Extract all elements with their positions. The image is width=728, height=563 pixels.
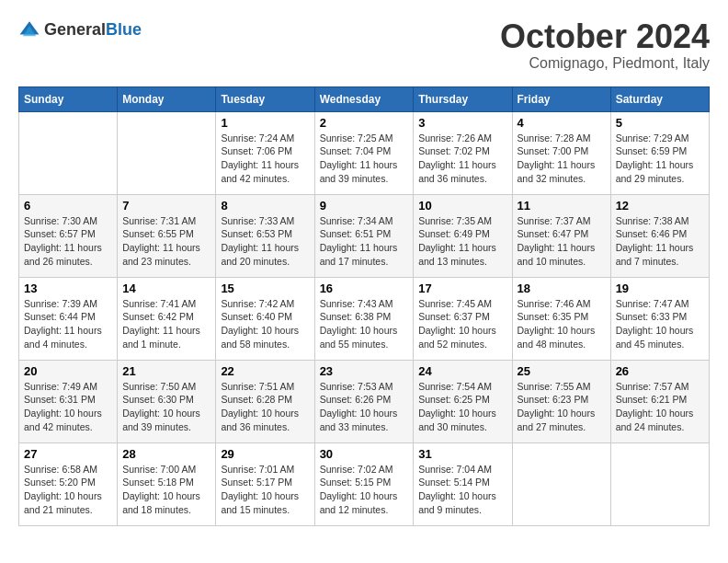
calendar-cell: 4Sunrise: 7:28 AMSunset: 7:00 PMDaylight… (512, 111, 610, 194)
day-info: Sunrise: 7:42 AMSunset: 6:40 PMDaylight:… (221, 297, 309, 351)
calendar-cell: 8Sunrise: 7:33 AMSunset: 6:53 PMDaylight… (216, 194, 314, 277)
location-subtitle: Comignago, Piedmont, Italy (500, 55, 710, 72)
day-info: Sunrise: 7:43 AMSunset: 6:38 PMDaylight:… (320, 297, 409, 351)
calendar-week-3: 13Sunrise: 7:39 AMSunset: 6:44 PMDayligh… (19, 277, 710, 360)
header-row: Sunday Monday Tuesday Wednesday Thursday… (19, 86, 710, 111)
calendar-table: Sunday Monday Tuesday Wednesday Thursday… (18, 86, 710, 526)
day-number: 20 (24, 364, 112, 378)
day-info: Sunrise: 7:24 AMSunset: 7:06 PMDaylight:… (221, 132, 309, 186)
calendar-cell: 9Sunrise: 7:34 AMSunset: 6:51 PMDaylight… (314, 194, 414, 277)
day-number: 28 (122, 447, 210, 461)
day-info: Sunrise: 7:02 AMSunset: 5:15 PMDaylight:… (320, 463, 409, 517)
calendar-cell: 6Sunrise: 7:30 AMSunset: 6:57 PMDaylight… (19, 194, 118, 277)
day-info: Sunrise: 7:00 AMSunset: 5:18 PMDaylight:… (122, 463, 210, 517)
calendar-cell: 28Sunrise: 7:00 AMSunset: 5:18 PMDayligh… (118, 442, 216, 525)
calendar-header: Sunday Monday Tuesday Wednesday Thursday… (19, 86, 710, 111)
header-saturday: Saturday (610, 86, 709, 111)
day-number: 29 (221, 447, 309, 461)
calendar-cell: 30Sunrise: 7:02 AMSunset: 5:15 PMDayligh… (314, 442, 414, 525)
day-number: 5 (616, 116, 704, 130)
calendar-cell: 13Sunrise: 7:39 AMSunset: 6:44 PMDayligh… (19, 277, 118, 360)
day-number: 12 (616, 199, 704, 213)
calendar-cell: 2Sunrise: 7:25 AMSunset: 7:04 PMDaylight… (314, 111, 414, 194)
day-number: 2 (320, 116, 409, 130)
header-wednesday: Wednesday (314, 86, 414, 111)
day-number: 8 (221, 199, 309, 213)
calendar-cell: 29Sunrise: 7:01 AMSunset: 5:17 PMDayligh… (216, 442, 314, 525)
day-info: Sunrise: 7:25 AMSunset: 7:04 PMDaylight:… (320, 132, 409, 186)
calendar-cell (610, 442, 709, 525)
calendar-cell: 7Sunrise: 7:31 AMSunset: 6:55 PMDaylight… (118, 194, 216, 277)
calendar-cell: 15Sunrise: 7:42 AMSunset: 6:40 PMDayligh… (216, 277, 314, 360)
day-info: Sunrise: 7:29 AMSunset: 6:59 PMDaylight:… (616, 132, 704, 186)
day-info: Sunrise: 6:58 AMSunset: 5:20 PMDaylight:… (24, 463, 112, 517)
day-info: Sunrise: 7:39 AMSunset: 6:44 PMDaylight:… (24, 297, 112, 351)
day-info: Sunrise: 7:54 AMSunset: 6:25 PMDaylight:… (418, 380, 506, 434)
calendar-week-1: 1Sunrise: 7:24 AMSunset: 7:06 PMDaylight… (19, 111, 710, 194)
day-number: 13 (24, 282, 112, 295)
calendar-cell: 23Sunrise: 7:53 AMSunset: 6:26 PMDayligh… (314, 360, 414, 442)
calendar-cell: 25Sunrise: 7:55 AMSunset: 6:23 PMDayligh… (512, 360, 610, 442)
header-friday: Friday (512, 86, 610, 111)
calendar-cell: 18Sunrise: 7:46 AMSunset: 6:35 PMDayligh… (512, 277, 610, 360)
day-number: 31 (418, 447, 506, 461)
logo: GeneralBlue (18, 18, 142, 40)
calendar-cell: 24Sunrise: 7:54 AMSunset: 6:25 PMDayligh… (414, 360, 512, 442)
day-number: 6 (24, 199, 112, 213)
day-info: Sunrise: 7:35 AMSunset: 6:49 PMDaylight:… (418, 214, 506, 269)
day-number: 9 (320, 199, 409, 213)
calendar-cell: 5Sunrise: 7:29 AMSunset: 6:59 PMDaylight… (610, 111, 709, 194)
day-info: Sunrise: 7:53 AMSunset: 6:26 PMDaylight:… (320, 380, 409, 434)
day-number: 3 (418, 116, 506, 130)
day-number: 14 (122, 282, 210, 295)
day-info: Sunrise: 7:49 AMSunset: 6:31 PMDaylight:… (24, 380, 112, 434)
title-block: October 2024 Comignago, Piedmont, Italy (500, 18, 710, 72)
calendar-cell: 17Sunrise: 7:45 AMSunset: 6:37 PMDayligh… (414, 277, 512, 360)
month-year-title: October 2024 (500, 18, 710, 55)
day-info: Sunrise: 7:57 AMSunset: 6:21 PMDaylight:… (616, 380, 704, 434)
day-info: Sunrise: 7:34 AMSunset: 6:51 PMDaylight:… (320, 214, 409, 269)
calendar-cell: 19Sunrise: 7:47 AMSunset: 6:33 PMDayligh… (610, 277, 709, 360)
calendar-cell: 21Sunrise: 7:50 AMSunset: 6:30 PMDayligh… (118, 360, 216, 442)
day-number: 15 (221, 282, 309, 295)
day-number: 24 (418, 364, 506, 378)
day-info: Sunrise: 7:28 AMSunset: 7:00 PMDaylight:… (518, 132, 606, 186)
header-sunday: Sunday (19, 86, 118, 111)
day-number: 23 (320, 364, 409, 378)
day-number: 22 (221, 364, 309, 378)
calendar-cell: 1Sunrise: 7:24 AMSunset: 7:06 PMDaylight… (216, 111, 314, 194)
calendar-cell: 11Sunrise: 7:37 AMSunset: 6:47 PMDayligh… (512, 194, 610, 277)
page-header: GeneralBlue October 2024 Comignago, Pied… (18, 18, 710, 72)
day-info: Sunrise: 7:30 AMSunset: 6:57 PMDaylight:… (24, 214, 112, 269)
day-number: 16 (320, 282, 409, 295)
day-number: 21 (122, 364, 210, 378)
calendar-cell: 22Sunrise: 7:51 AMSunset: 6:28 PMDayligh… (216, 360, 314, 442)
day-number: 25 (518, 364, 606, 378)
day-number: 1 (221, 116, 309, 130)
day-info: Sunrise: 7:46 AMSunset: 6:35 PMDaylight:… (518, 297, 606, 351)
day-info: Sunrise: 7:01 AMSunset: 5:17 PMDaylight:… (221, 463, 309, 517)
calendar-cell: 3Sunrise: 7:26 AMSunset: 7:02 PMDaylight… (414, 111, 512, 194)
calendar-week-5: 27Sunrise: 6:58 AMSunset: 5:20 PMDayligh… (19, 442, 710, 525)
calendar-week-2: 6Sunrise: 7:30 AMSunset: 6:57 PMDaylight… (19, 194, 710, 277)
day-number: 18 (518, 282, 606, 295)
day-number: 7 (122, 199, 210, 213)
logo-general: General (44, 20, 106, 39)
day-info: Sunrise: 7:38 AMSunset: 6:46 PMDaylight:… (616, 214, 704, 269)
calendar-cell: 20Sunrise: 7:49 AMSunset: 6:31 PMDayligh… (19, 360, 118, 442)
calendar-cell: 27Sunrise: 6:58 AMSunset: 5:20 PMDayligh… (19, 442, 118, 525)
calendar-cell (19, 111, 118, 194)
calendar-cell: 31Sunrise: 7:04 AMSunset: 5:14 PMDayligh… (414, 442, 512, 525)
header-monday: Monday (118, 86, 216, 111)
day-info: Sunrise: 7:51 AMSunset: 6:28 PMDaylight:… (221, 380, 309, 434)
logo-blue: Blue (106, 20, 142, 39)
header-thursday: Thursday (414, 86, 512, 111)
day-number: 30 (320, 447, 409, 461)
calendar-cell: 26Sunrise: 7:57 AMSunset: 6:21 PMDayligh… (610, 360, 709, 442)
day-info: Sunrise: 7:37 AMSunset: 6:47 PMDaylight:… (518, 214, 606, 269)
day-info: Sunrise: 7:31 AMSunset: 6:55 PMDaylight:… (122, 214, 210, 269)
header-tuesday: Tuesday (216, 86, 314, 111)
day-number: 11 (518, 199, 606, 213)
calendar-week-4: 20Sunrise: 7:49 AMSunset: 6:31 PMDayligh… (19, 360, 710, 442)
calendar-cell (512, 442, 610, 525)
